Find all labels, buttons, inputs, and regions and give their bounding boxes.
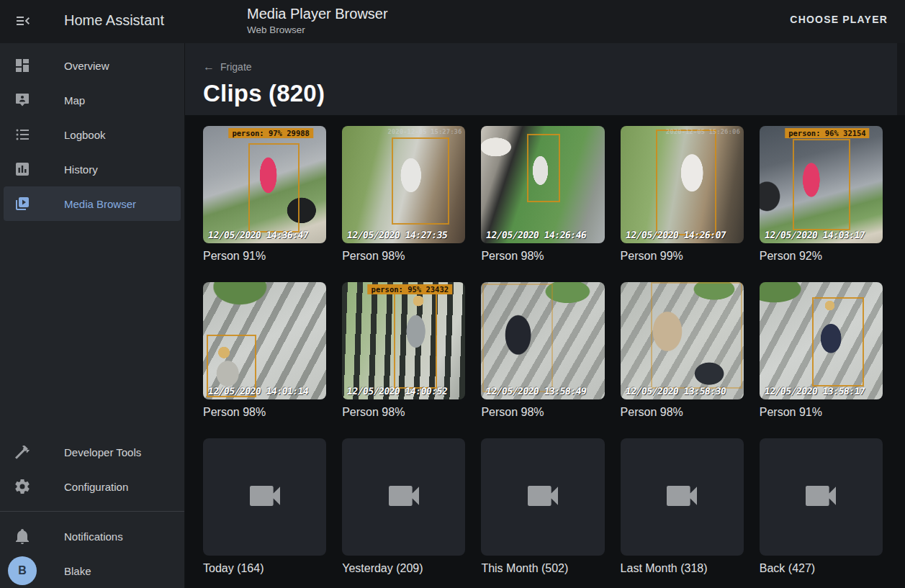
folder-card-back[interactable]: Back (427) [760,438,883,575]
sidebar-bottom-group: Developer Tools Configuration Notificati [0,435,184,588]
page-subtitle: Web Browser [247,24,388,35]
detection-label: person: 96% 32154 [785,128,869,138]
back-arrow-icon: ← [203,61,215,73]
clip-label: Person 98% [342,406,465,419]
clip-thumbnail: 12/05/2020 14:01:14 [203,282,326,399]
video-camera-icon [384,476,424,519]
clip-card[interactable]: person: 95% 23432 12/05/2020 14:00:52 Pe… [342,282,465,419]
clip-timestamp: 12/05/2020 14:03:17 [764,230,865,240]
folder-label: Back (427) [760,562,883,575]
folder-thumbnail [621,438,744,556]
sidebar-item-label: Map [64,94,85,107]
avatar: B [8,556,37,585]
app-title: Home Assistant [64,12,164,29]
folder-card-this-month[interactable]: This Month (502) [481,438,604,575]
detection-box [656,130,716,235]
list-icon [14,126,31,143]
sidebar-item-profile[interactable]: B Blake [0,553,184,588]
clip-label: Person 91% [203,250,326,263]
clips-grid: person: 97% 29988 12/05/2020 14:36:47 Pe… [185,115,905,588]
folder-thumbnail [481,438,604,556]
clip-thumbnail: person: 96% 32154 12/05/2020 14:03:17 [760,126,883,243]
sidebar-item-label: Overview [64,60,109,72]
sidebar-item-label: Logbook [64,129,106,141]
breadcrumb[interactable]: ← Frigate [203,61,252,73]
sidebar-item-logbook[interactable]: Logbook [0,117,184,152]
media-browser-content: ← Frigate Clips (820) person: 97% 29988 … [185,43,905,588]
choose-player-button[interactable]: CHOOSE PLAYER [790,14,888,25]
bell-icon [14,528,31,545]
clip-timestamp: 12/05/2020 14:01:14 [207,386,309,397]
detection-box [527,134,560,202]
menu-open-icon [14,12,32,32]
user-name: Blake [64,565,91,577]
detection-box [482,284,553,393]
clip-label: Person 98% [342,250,465,263]
folder-thumbnail [760,438,883,556]
sidebar-toggle-button[interactable] [12,10,35,33]
folder-card-today[interactable]: Today (164) [203,438,326,575]
sidebar-item-configuration[interactable]: Configuration [0,469,184,504]
detection-box [394,293,437,389]
clip-card[interactable]: 2020-12-05 15:26:06 12/05/2020 14:26:07 … [621,126,744,263]
clip-thumbnail: 2020-12-05 15:27:36 12/05/2020 14:27:35 [342,126,465,243]
detection-box [651,282,742,389]
sidebar-item-history[interactable]: History [0,152,184,186]
clip-label: Person 99% [621,250,744,263]
detection-label: person: 95% 23432 [368,284,452,294]
clip-card[interactable]: 12/05/2020 14:26:46 Person 98% [481,126,604,263]
video-camera-icon [523,476,563,519]
detection-box [248,143,299,232]
detection-box [812,297,864,386]
scrollbar[interactable] [897,43,905,115]
clip-label: Person 91% [760,406,883,419]
hammer-icon [14,443,31,461]
sidebar: Overview Map Logbook [0,43,185,588]
folder-label: Today (164) [203,562,326,575]
detection-box [793,139,850,230]
top-app-bar: Home Assistant Media Player Browser Web … [0,0,905,43]
sidebar-item-label: Media Browser [64,198,136,210]
folder-label: Last Month (318) [621,562,744,575]
clip-card[interactable]: 2020-12-05 15:27:36 12/05/2020 14:27:35 … [342,126,465,263]
sidebar-item-label: History [64,163,98,176]
sidebar-item-label: Developer Tools [64,446,141,458]
folder-card-last-month[interactable]: Last Month (318) [621,438,744,575]
clip-thumbnail: 12/05/2020 14:26:46 [481,126,604,243]
detection-box [392,137,449,225]
clip-timestamp: 12/05/2020 14:27:35 [346,230,448,240]
folder-label: This Month (502) [481,562,604,575]
video-camera-icon [801,476,841,519]
clip-timestamp: 12/05/2020 13:58:17 [764,386,865,397]
sidebar-item-label: Notifications [64,530,123,543]
sidebar-item-label: Configuration [64,481,128,493]
sidebar-divider [0,511,184,512]
sidebar-item-map[interactable]: Map [0,83,184,117]
clip-card[interactable]: 12/05/2020 13:58:17 Person 91% [760,282,883,419]
clip-thumbnail: 12/05/2020 13:58:30 [621,282,744,399]
clip-card[interactable]: person: 96% 32154 12/05/2020 14:03:17 Pe… [760,126,883,263]
content-title: Clips (820) [203,80,905,107]
clip-card[interactable]: 12/05/2020 13:58:30 Person 98% [621,282,744,419]
clip-thumbnail: 12/05/2020 13:58:49 [481,282,604,399]
page-title-block: Media Player Browser Web Browser [247,6,388,35]
clip-card[interactable]: 12/05/2020 13:58:49 Person 98% [481,282,604,419]
page-title: Media Player Browser [247,6,388,22]
clip-thumbnail: 2020-12-05 15:26:06 12/05/2020 14:26:07 [621,126,744,243]
video-camera-icon [245,476,285,519]
sidebar-item-overview[interactable]: Overview [0,48,184,83]
clip-label: Person 98% [621,406,744,419]
sidebar-item-notifications[interactable]: Notifications [0,519,184,553]
clip-timestamp: 12/05/2020 13:58:49 [485,386,587,397]
clip-label: Person 98% [481,250,604,263]
sidebar-item-developer-tools[interactable]: Developer Tools [0,435,184,469]
breadcrumb-label: Frigate [220,61,252,73]
clip-card[interactable]: person: 97% 29988 12/05/2020 14:36:47 Pe… [203,126,326,263]
folder-card-yesterday[interactable]: Yesterday (209) [342,438,465,575]
sidebar-item-media-browser[interactable]: Media Browser [4,186,181,221]
play-box-multiple-icon [14,195,31,212]
clip-card[interactable]: 12/05/2020 14:01:14 Person 98% [203,282,326,419]
clip-timestamp: 12/05/2020 14:26:07 [625,230,726,240]
map-account-icon [14,91,31,109]
camera-timestamp: 2020-12-05 15:26:06 [666,128,740,135]
